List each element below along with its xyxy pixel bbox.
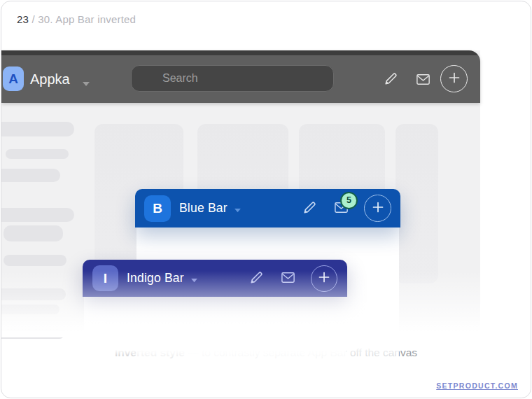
compose-button[interactable] <box>248 269 265 288</box>
indigo-app-bar: I Indigo Bar <box>83 260 347 297</box>
plus-icon <box>318 271 330 286</box>
app-title-menu[interactable]: Blue Bar <box>171 201 241 216</box>
app-name: Appka <box>30 55 70 103</box>
skeleton-bar <box>1 288 66 300</box>
app-avatar[interactable]: B <box>144 195 171 222</box>
plus-icon <box>372 201 384 216</box>
slide-subtitle: / 30. App Bar inverted <box>29 13 136 25</box>
caret-down-icon <box>234 203 241 216</box>
messages-button[interactable] <box>280 270 296 288</box>
skeleton-bar <box>1 122 74 136</box>
appka-app-bar: A Appka <box>1 50 480 103</box>
pencil-icon <box>301 199 318 218</box>
slide-index: 23 <box>17 13 29 25</box>
pencil-icon <box>248 269 265 288</box>
caret-down-icon <box>190 273 198 286</box>
app-bar-title: Indigo Bar <box>127 271 184 286</box>
messages-button[interactable] <box>415 71 431 90</box>
placeholder-card <box>396 124 438 284</box>
mail-icon <box>280 270 296 288</box>
mock-canvas: A Appka <box>1 50 480 337</box>
status-bar <box>1 50 480 55</box>
app-bar-title: Blue Bar <box>179 201 227 216</box>
skeleton-bar <box>4 255 66 266</box>
app-title-menu[interactable]: Indigo Bar <box>118 271 198 286</box>
app-avatar[interactable]: A <box>3 66 24 91</box>
app-bar-actions <box>248 265 337 292</box>
slide-title: 23 / 30. App Bar inverted <box>17 13 136 25</box>
mail-icon <box>415 71 431 90</box>
notification-badge: 5 <box>340 192 358 209</box>
add-button[interactable] <box>364 195 391 222</box>
messages-button[interactable]: 5 <box>333 200 349 218</box>
skeleton-bar <box>1 208 74 222</box>
compose-button[interactable] <box>301 199 318 218</box>
skeleton-bar <box>1 169 60 182</box>
add-button[interactable] <box>440 65 468 92</box>
skeleton-bar <box>4 225 63 241</box>
search-input[interactable] <box>131 65 334 92</box>
caret-down-icon[interactable] <box>82 77 90 90</box>
app-avatar[interactable]: I <box>92 265 118 291</box>
blue-app-bar: B Blue Bar <box>135 189 400 227</box>
slide-card: 23 / 30. App Bar inverted A A <box>1 1 531 398</box>
compose-button[interactable] <box>382 70 400 90</box>
slide: 23 / 30. App Bar inverted A A <box>0 0 532 399</box>
plus-icon <box>448 71 461 86</box>
footer-link[interactable]: SETPRODUCT.COM <box>436 382 518 390</box>
appka-app-bar-body: A Appka <box>1 55 480 103</box>
pencil-icon <box>382 70 400 90</box>
skeleton-bar <box>1 329 64 339</box>
indigo-bar-sheet <box>84 297 346 385</box>
skeleton-bar <box>1 304 59 314</box>
add-button[interactable] <box>311 265 337 292</box>
skeleton-bar <box>6 149 69 159</box>
app-bar-actions: 5 <box>301 195 391 222</box>
